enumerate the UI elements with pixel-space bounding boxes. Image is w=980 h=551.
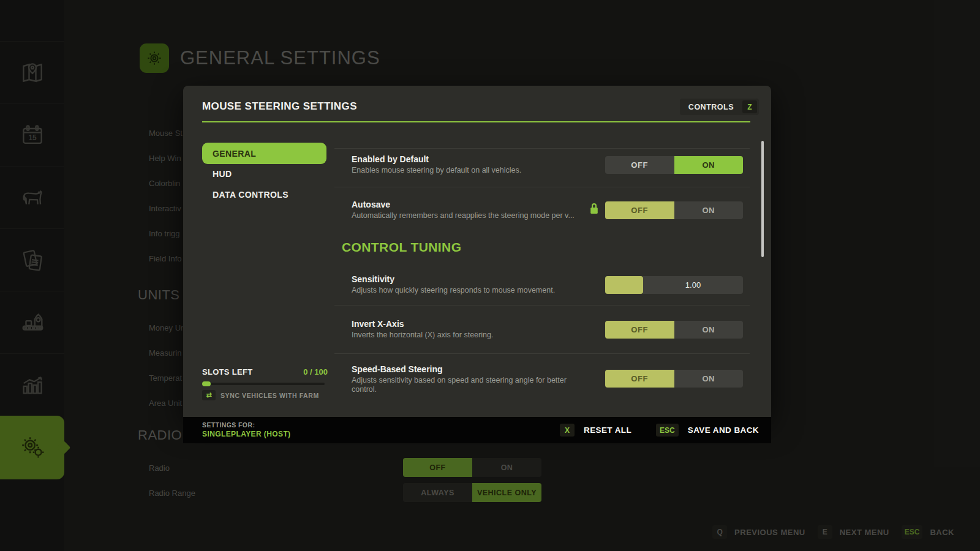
toggle-on-option[interactable]: ON (674, 370, 744, 388)
tab-data-controls[interactable]: DATA CONTROLS (202, 190, 326, 200)
invert-x-axis-toggle[interactable]: OFF ON (605, 321, 743, 339)
slots-progress-fill (202, 381, 211, 386)
dialog-actions: X RESET ALL ESC SAVE AND BACK (560, 417, 759, 443)
setting-label-invert-x-axis: Invert X-Axis (352, 319, 404, 329)
controls-label: CONTROLS (688, 103, 734, 111)
controls-shortcut[interactable]: CONTROLS Z (680, 99, 759, 115)
enabled-by-default-toggle[interactable]: OFF ON (605, 156, 743, 174)
sensitivity-value: 1.00 (685, 280, 701, 290)
row-divider (334, 305, 750, 305)
setting-desc: Enables mouse steering by default on all… (352, 166, 521, 175)
slider-handle[interactable] (605, 276, 643, 294)
control-tuning-section-header: CONTROL TUNING (342, 240, 461, 255)
speed-based-steering-toggle[interactable]: OFF ON (605, 370, 743, 388)
z-key-badge: Z (742, 100, 757, 113)
setting-label-enabled-by-default: Enabled by Default (352, 154, 429, 164)
sync-vehicles-row[interactable]: ⇄ SYNC VEHICLES WITH FARM (202, 390, 319, 400)
sync-icon: ⇄ (202, 390, 216, 400)
title-divider (202, 121, 750, 122)
setting-label-speed-based-steering: Speed-Based Steering (352, 364, 443, 374)
slots-left-label: SLOTS LEFT (202, 367, 252, 377)
profile-label: SINGLEPLAYER (HOST) (202, 430, 291, 438)
sync-vehicles-label: SYNC VEHICLES WITH FARM (221, 392, 319, 399)
toggle-off-option[interactable]: OFF (605, 201, 674, 219)
slots-left-value: 0 / 100 (303, 367, 328, 377)
setting-desc: Adjusts how quickly steering responds to… (352, 286, 555, 295)
autosave-toggle[interactable]: OFF ON (605, 201, 743, 219)
toggle-on-option[interactable]: ON (674, 156, 744, 174)
setting-desc: Adjusts sensitivity based on speed and s… (352, 376, 594, 394)
setting-label-sensitivity: Sensitivity (352, 274, 394, 284)
row-divider (334, 353, 750, 354)
toggle-on-option[interactable]: ON (674, 321, 744, 339)
dialog-title: MOUSE STEERING SETTINGS (202, 100, 357, 113)
toggle-off-option[interactable]: OFF (605, 321, 674, 339)
toggle-on-option[interactable]: ON (674, 201, 744, 219)
esc-key-badge: ESC (656, 424, 679, 437)
slider-track[interactable]: 1.00 (643, 276, 743, 294)
setting-desc: Inverts the horizontal (X) axis for stee… (352, 331, 493, 340)
row-divider (334, 148, 750, 149)
settings-for-block: SETTINGS FOR: SINGLEPLAYER (HOST) (202, 421, 291, 438)
setting-desc: Automatically remembers and reapplies th… (352, 211, 575, 220)
mouse-steering-settings-dialog: MOUSE STEERING SETTINGS CONTROLS Z GENER… (183, 86, 771, 417)
settings-for-label: SETTINGS FOR: (202, 421, 291, 429)
slots-left-block: SLOTS LEFT 0 / 100 (202, 367, 328, 377)
dialog-footer-bar: SETTINGS FOR: SINGLEPLAYER (HOST) X RESE… (183, 417, 771, 443)
tab-general[interactable]: GENERAL (202, 143, 326, 164)
lock-icon (589, 202, 600, 216)
tab-hud[interactable]: HUD (202, 169, 326, 179)
x-key-badge: X (560, 424, 575, 437)
modal-scrollbar[interactable] (761, 141, 764, 257)
slots-progress-track (202, 383, 325, 385)
setting-label-autosave: Autosave (352, 200, 390, 209)
save-and-back-button[interactable]: SAVE AND BACK (688, 425, 759, 435)
toggle-off-option[interactable]: OFF (605, 370, 674, 388)
toggle-off-option[interactable]: OFF (605, 156, 674, 174)
row-divider (334, 187, 750, 187)
sensitivity-slider[interactable]: 1.00 (605, 276, 743, 294)
reset-all-button[interactable]: RESET ALL (584, 425, 631, 435)
